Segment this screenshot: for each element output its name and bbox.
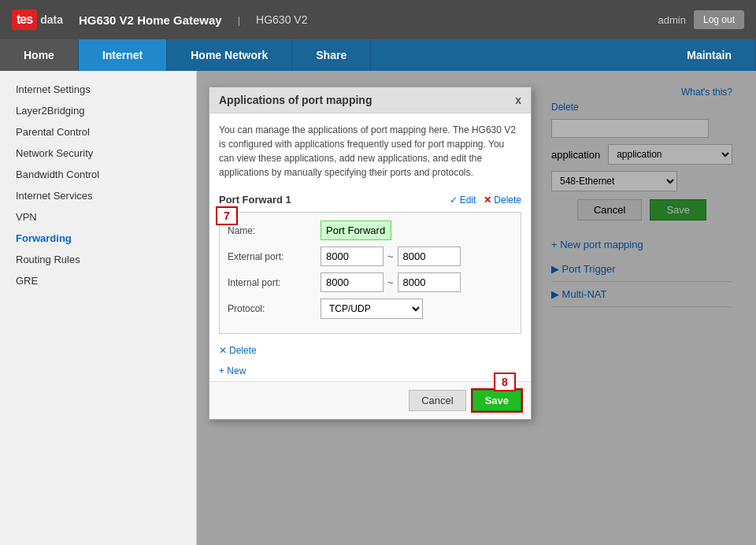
modal-title-bar: Applications of port mapping x	[209, 87, 531, 113]
nav-spacer	[371, 39, 663, 71]
logo-icon: tes	[12, 9, 37, 30]
internal-port-range: ~	[321, 272, 461, 292]
external-port-tilde: ~	[387, 250, 394, 262]
sidebar-item-routing-rules[interactable]: Routing Rules	[0, 249, 196, 270]
modal-cancel-button[interactable]: Cancel	[409, 390, 465, 411]
step8-badge: 8	[494, 373, 516, 391]
header-right: admin Log out	[658, 10, 744, 29]
step7-badge: 7	[216, 206, 238, 225]
delete-link-top[interactable]: ✕ Delete	[484, 195, 521, 206]
new-link-label: + New	[219, 365, 246, 376]
modal-dialog: Applications of port mapping x You can m…	[209, 87, 532, 420]
sidebar-item-layer2-bridging[interactable]: Layer2Bridging	[0, 100, 196, 121]
modal-description: You can manage the applications of port …	[219, 123, 521, 180]
app-item-header: Port Forward 1 ✓ Edit ✕ Delete	[219, 194, 521, 206]
edit-link[interactable]: ✓ Edit	[450, 195, 476, 206]
external-port-row: External port: ~	[228, 247, 513, 266]
new-link[interactable]: + New	[219, 365, 521, 376]
internal-port-from-input[interactable]	[321, 272, 384, 292]
logo-data-text: data	[40, 13, 63, 26]
external-port-range: ~	[321, 247, 461, 266]
sidebar-item-network-security[interactable]: Network Security	[0, 143, 196, 164]
external-port-to-input[interactable]	[398, 247, 461, 266]
header-divider: |	[238, 14, 240, 26]
app-item-footer: ✕ Delete	[219, 340, 521, 361]
app-item-actions: ✓ Edit ✕ Delete	[450, 195, 521, 206]
nav-item-home[interactable]: Home	[0, 39, 79, 71]
nav-item-internet[interactable]: Internet	[79, 39, 167, 71]
protocol-label: Protocol:	[228, 303, 314, 314]
delete-link-bottom[interactable]: ✕ Delete	[219, 345, 257, 356]
sidebar-item-internet-services[interactable]: Internet Services	[0, 185, 196, 206]
modal-footer: Cancel 8 Save	[209, 381, 531, 419]
protocol-row: Protocol: TCP/UDP TCP UDP	[228, 298, 513, 319]
sidebar-item-internet-settings[interactable]: Internet Settings	[0, 79, 196, 100]
sidebar-item-forwarding[interactable]: Forwarding	[0, 228, 196, 249]
sidebar-item-vpn[interactable]: VPN	[0, 206, 196, 228]
admin-label: admin	[658, 14, 686, 26]
delete-label-top: Delete	[494, 195, 521, 206]
external-port-label: External port:	[228, 251, 314, 262]
nav-item-home-network[interactable]: Home Network	[167, 39, 292, 71]
app-item-name: Port Forward 1	[219, 194, 291, 206]
nav-item-maintain[interactable]: Maintain	[663, 39, 756, 71]
modal-title: Applications of port mapping	[219, 94, 372, 106]
check-icon: ✓	[450, 195, 458, 206]
sidebar-item-bandwidth-control[interactable]: Bandwidth Control	[0, 164, 196, 185]
internal-port-tilde: ~	[387, 276, 394, 288]
external-port-from-input[interactable]	[321, 247, 384, 266]
name-input[interactable]	[321, 221, 391, 240]
logout-button[interactable]: Log out	[694, 10, 744, 29]
header-model: HG630 V2	[256, 13, 307, 26]
x-icon-delete: ✕	[484, 195, 491, 206]
sidebar-item-parental-control[interactable]: Parental Control	[0, 121, 196, 143]
internal-port-label: Internal port:	[228, 277, 314, 288]
sidebar: Internet Settings Layer2Bridging Parenta…	[0, 71, 197, 545]
save-button-wrapper: 8 Save	[472, 390, 521, 411]
internal-port-to-input[interactable]	[398, 272, 461, 292]
main-content: What's this? Delete application applicat…	[197, 71, 756, 545]
navigation: Home Internet Home Network Share Maintai…	[0, 39, 756, 71]
sidebar-item-gre[interactable]: GRE	[0, 270, 196, 291]
modal-body: You can manage the applications of port …	[209, 113, 531, 381]
delete-label-bottom: Delete	[229, 345, 257, 356]
x-icon-delete-bottom: ✕	[219, 345, 227, 356]
header-title: HG630 V2 Home Gateway	[79, 13, 222, 27]
edit-label: Edit	[460, 195, 476, 206]
nav-item-share[interactable]: Share	[292, 39, 371, 71]
header: tes data HG630 V2 Home Gateway | HG630 V…	[0, 0, 756, 39]
name-label: Name:	[228, 225, 314, 236]
app-item-port-forward: Port Forward 1 ✓ Edit ✕ Delete	[219, 189, 521, 381]
name-row: Name:	[228, 221, 513, 240]
modal-save-button[interactable]: Save	[472, 390, 521, 411]
content-area: Internet Settings Layer2Bridging Parenta…	[0, 71, 756, 545]
modal-close-button[interactable]: x	[515, 94, 521, 106]
inner-form: 7 Name: External port: ~	[219, 212, 521, 334]
internal-port-row: Internal port: ~	[228, 272, 513, 292]
logo: tes data	[12, 9, 63, 30]
protocol-select[interactable]: TCP/UDP TCP UDP	[321, 298, 423, 319]
